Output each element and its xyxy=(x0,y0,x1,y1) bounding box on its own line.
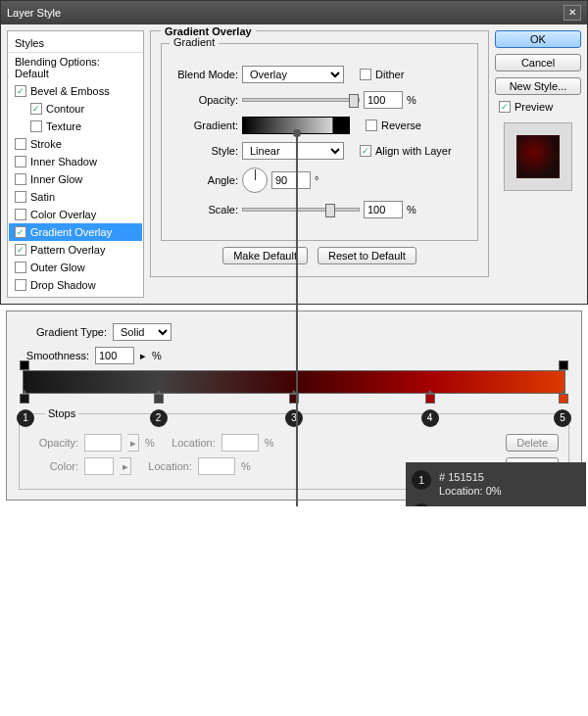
sidebar-item-label: Stroke xyxy=(30,138,62,150)
stop-number: 1 xyxy=(412,470,431,490)
stop-text: # 414141Location: 25% xyxy=(439,503,508,506)
opacity-label: Opacity: xyxy=(172,94,238,106)
gradient-type-label: Gradient Type: xyxy=(19,326,107,338)
gradient-label: Gradient: xyxy=(172,119,238,131)
chevron-down-icon xyxy=(338,121,346,126)
checkbox[interactable] xyxy=(30,120,42,132)
gradient-type-select[interactable]: Solid xyxy=(113,323,172,341)
sidebar-item-label: Pattern Overlay xyxy=(30,244,105,256)
color-stop[interactable] xyxy=(20,394,29,404)
align-label: Align with Layer xyxy=(375,145,452,157)
style-label: Style: xyxy=(172,145,238,157)
stop-location-label: Location: xyxy=(137,460,192,472)
reverse-checkbox[interactable] xyxy=(366,119,377,131)
checkbox[interactable] xyxy=(15,279,26,291)
sidebar-item-outer-glow[interactable]: Outer Glow xyxy=(9,259,142,276)
stop-color-label: Color: xyxy=(29,460,78,472)
stop-marker: 5 xyxy=(554,409,571,427)
preview-swatch xyxy=(504,122,572,191)
window-title: Layer Style xyxy=(7,7,61,19)
style-select[interactable]: Linear xyxy=(242,142,344,160)
opacity-input[interactable] xyxy=(364,91,403,109)
sidebar-item-inner-glow[interactable]: Inner Glow xyxy=(9,170,142,188)
blend-mode-select[interactable]: Overlay xyxy=(242,66,344,83)
color-stop[interactable] xyxy=(425,394,435,404)
sidebar-item-pattern-overlay[interactable]: Pattern Overlay xyxy=(9,241,142,259)
sidebar-item-color-overlay[interactable]: Color Overlay xyxy=(9,206,142,223)
opacity-stop[interactable] xyxy=(20,360,29,370)
smoothness-stepper[interactable]: ▸ xyxy=(140,350,146,362)
sidebar-item-gradient-overlay[interactable]: Gradient Overlay xyxy=(9,223,142,241)
checkbox[interactable] xyxy=(30,103,42,115)
stepper-icon[interactable]: ▸ xyxy=(120,457,131,475)
checkbox[interactable] xyxy=(15,191,26,203)
opacity-stop[interactable] xyxy=(559,360,568,370)
stop-color-swatch[interactable] xyxy=(84,457,114,475)
delete-opacity-stop-button[interactable]: Delete xyxy=(506,434,559,452)
preview-checkbox[interactable] xyxy=(499,101,511,113)
align-checkbox[interactable] xyxy=(360,145,371,157)
scale-slider[interactable] xyxy=(242,208,360,212)
titlebar: Layer Style ✕ xyxy=(1,1,587,24)
group-title: Gradient xyxy=(170,36,219,48)
stop-info-row: 2# 414141Location: 25% xyxy=(412,501,580,506)
stop-marker: 3 xyxy=(285,409,303,427)
sidebar-item-inner-shadow[interactable]: Inner Shadow xyxy=(9,153,142,170)
stop-number: 2 xyxy=(412,503,431,506)
close-icon[interactable]: ✕ xyxy=(564,5,581,21)
color-stop[interactable] xyxy=(559,394,568,404)
stop-location-input[interactable] xyxy=(221,434,259,452)
angle-input[interactable] xyxy=(271,171,311,189)
sidebar-item-label: Color Overlay xyxy=(30,209,96,220)
checkbox[interactable] xyxy=(15,156,26,167)
stop-location-label: Location: xyxy=(161,437,216,449)
stop-location-input[interactable] xyxy=(198,457,235,475)
dither-checkbox[interactable] xyxy=(360,69,371,80)
reverse-label: Reverse xyxy=(381,119,421,131)
angle-dial[interactable] xyxy=(242,167,268,193)
checkbox[interactable] xyxy=(15,244,26,256)
stop-opacity-input[interactable] xyxy=(84,434,122,452)
sidebar-item-bevel-emboss[interactable]: Bevel & Emboss xyxy=(9,82,142,100)
sidebar-item-drop-shadow[interactable]: Drop Shadow xyxy=(9,276,142,294)
gradient-bar[interactable]: 1 2 3 4 5 xyxy=(23,370,565,394)
sidebar-item-texture[interactable]: Texture xyxy=(9,118,142,135)
sidebar-item-stroke[interactable]: Stroke xyxy=(9,135,142,153)
checkbox[interactable] xyxy=(15,209,26,220)
styles-sidebar: Styles Blending Options: Default Bevel &… xyxy=(7,30,144,298)
stop-info-overlay: 1# 151515Location: 0%2# 414141Location: … xyxy=(406,462,586,506)
sidebar-item-satin[interactable]: Satin xyxy=(9,188,142,206)
scale-label: Scale: xyxy=(172,204,238,215)
layer-style-dialog: Layer Style ✕ Styles Blending Options: D… xyxy=(0,0,588,305)
cancel-button[interactable]: Cancel xyxy=(495,54,581,72)
checkbox[interactable] xyxy=(15,226,26,238)
sidebar-item-label: Drop Shadow xyxy=(30,279,96,291)
angle-label: Angle: xyxy=(172,174,238,186)
checkbox[interactable] xyxy=(15,138,26,150)
checkbox[interactable] xyxy=(15,173,26,185)
scale-input[interactable] xyxy=(364,201,403,218)
opacity-slider[interactable] xyxy=(242,98,360,102)
make-default-button[interactable]: Make Default xyxy=(222,247,308,264)
reset-default-button[interactable]: Reset to Default xyxy=(318,247,416,264)
guide-arrow xyxy=(296,133,298,506)
color-stop[interactable] xyxy=(154,394,164,404)
checkbox[interactable] xyxy=(15,262,26,273)
new-style-button[interactable]: New Style... xyxy=(495,77,581,95)
dialog-buttons: OK Cancel New Style... Preview xyxy=(495,30,581,298)
blend-mode-label: Blend Mode: xyxy=(172,69,238,80)
sidebar-item-label: Texture xyxy=(46,120,81,132)
ok-button[interactable]: OK xyxy=(495,30,581,48)
smoothness-input[interactable] xyxy=(95,347,134,364)
sidebar-header[interactable]: Styles xyxy=(9,34,142,52)
sidebar-item-label: Bevel & Emboss xyxy=(30,85,110,97)
stepper-icon[interactable]: ▸ xyxy=(127,434,139,452)
stop-marker: 1 xyxy=(17,409,34,427)
stop-opacity-label: Opacity: xyxy=(29,437,78,449)
stop-text: # 151515Location: 0% xyxy=(439,470,502,498)
stops-legend: Stops xyxy=(45,407,78,419)
sidebar-item-contour[interactable]: Contour xyxy=(9,100,142,118)
sidebar-item-label: Outer Glow xyxy=(30,262,85,273)
checkbox[interactable] xyxy=(15,85,26,97)
blending-options[interactable]: Blending Options: Default xyxy=(9,52,142,82)
